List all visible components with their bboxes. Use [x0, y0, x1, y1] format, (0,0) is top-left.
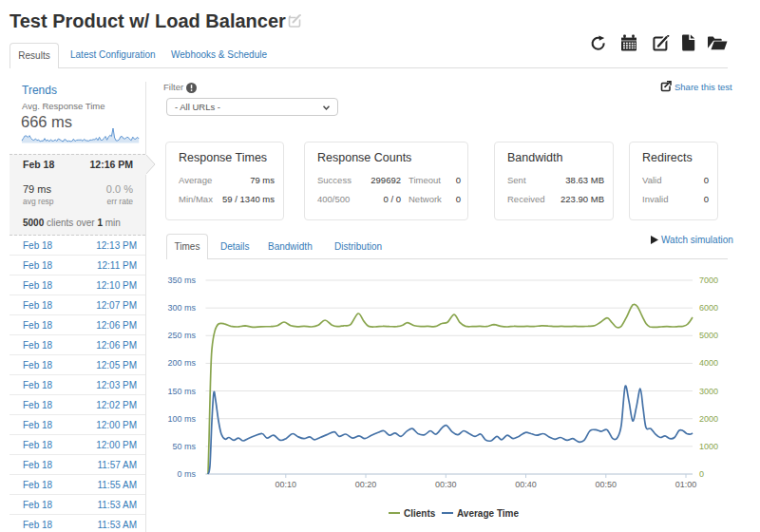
svg-text:1000: 1000: [699, 442, 718, 451]
svg-text:50 ms: 50 ms: [172, 442, 196, 451]
svg-text:00:20: 00:20: [355, 480, 377, 489]
svg-text:5000: 5000: [699, 331, 718, 340]
svg-text:100 ms: 100 ms: [167, 414, 196, 424]
svg-text:200 ms: 200 ms: [167, 358, 196, 368]
svg-text:00:30: 00:30: [435, 480, 457, 489]
svg-text:00:50: 00:50: [596, 480, 618, 489]
svg-text:300 ms: 300 ms: [167, 303, 196, 313]
svg-text:00:40: 00:40: [515, 480, 537, 489]
svg-text:00:10: 00:10: [276, 480, 297, 489]
svg-text:3000: 3000: [699, 387, 718, 396]
svg-text:350 ms: 350 ms: [167, 276, 196, 285]
svg-text:Clients: Clients: [404, 508, 436, 519]
svg-text:4000: 4000: [699, 358, 718, 368]
svg-text:01:00: 01:00: [675, 480, 697, 489]
svg-text:150 ms: 150 ms: [167, 387, 196, 396]
svg-text:250 ms: 250 ms: [167, 331, 196, 340]
svg-text:6000: 6000: [699, 303, 718, 313]
svg-text:Average Time: Average Time: [457, 508, 519, 519]
svg-text:2000: 2000: [699, 414, 718, 424]
svg-text:7000: 7000: [699, 276, 718, 285]
svg-text:0: 0: [699, 469, 704, 479]
svg-text:0 ms: 0 ms: [177, 469, 196, 479]
